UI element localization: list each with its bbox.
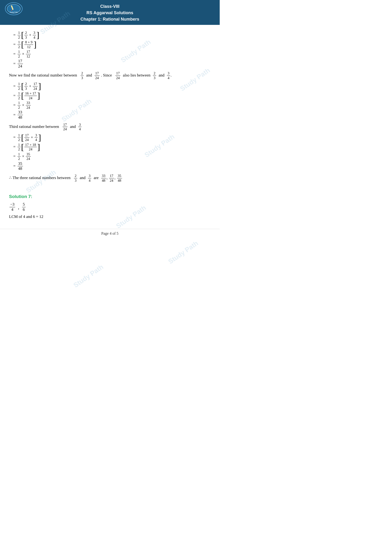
conc-and: and (80, 175, 85, 180)
close-bracket-1: ] (36, 31, 39, 39)
eq-sign-4: = (13, 60, 16, 67)
eq-sign-3: = (13, 51, 16, 58)
frac-half-c1: 1 2 (18, 133, 21, 142)
math-block-2: = 1 2 [ 2 3 + 17 24 ] = (13, 82, 211, 120)
frac-17p18-24: 17 + 18 24 (24, 143, 37, 151)
bracket-inner-b2: 16 + 17 24 (24, 91, 37, 100)
step3-2-row: = 1 2 [ 17 + 18 24 ] (13, 143, 211, 152)
open-bracket-1: [ (21, 31, 24, 39)
plus-1: + (29, 32, 32, 39)
third-para: Third rational number between 17 24 and … (9, 123, 211, 131)
third-frac2: 3 4 (78, 123, 82, 131)
conc-frac1: 2 3 (74, 174, 77, 182)
para1-since: . Since (101, 73, 112, 77)
step2-4-row: = 33 48 (13, 110, 211, 120)
page-header: Study Path Class-VIII RS Aggarwal Soluti… (0, 0, 220, 25)
sol7-lcm: LCM of 4 and 6 = 12 (9, 213, 211, 220)
math-block-3: = 1 2 [ 17 24 + 3 4 ] = (13, 133, 211, 171)
bracket-inner-c1: 17 24 + 3 4 (24, 133, 38, 142)
frac-16p17-24: 16 + 17 24 (24, 91, 37, 100)
eq-sign-3-3: = (13, 153, 16, 160)
bracket-inner-c2: 17 + 18 24 (24, 143, 37, 151)
open-bracket-c2: [ (21, 143, 24, 151)
eq-sign-2: = (13, 41, 16, 48)
math-step-1: = 1 2 [ 2 3 + 3 4 ] = 1 (13, 31, 211, 69)
svg-text:Study Path: Study Path (10, 11, 18, 13)
times-1: × (22, 51, 24, 58)
step2-row: = 1 2 [ 8 + 9 12 ] (13, 40, 211, 49)
eq-sign-2-4: = (13, 111, 16, 118)
para1-frac5: 3 4 (167, 71, 170, 80)
third-and: and (70, 124, 76, 129)
times-c: × (22, 153, 24, 160)
third-frac1: 17 24 (63, 123, 68, 131)
frac-half-c3: 1 2 (18, 152, 21, 161)
bracket-inner-2: 8 + 9 12 (24, 40, 34, 49)
frac-17-24: 17 24 (18, 59, 23, 69)
header-title: Class-VIII RS Aggarwal Solutions Chapter… (2, 3, 217, 22)
sol7-frac2: 5 6 (22, 202, 26, 212)
close-bracket-c2: ] (37, 143, 40, 151)
page-footer: Page 4 of 5 (0, 229, 220, 238)
frac-2-3-b: 2 3 (24, 82, 28, 90)
frac-17-12: 17 12 (26, 50, 31, 58)
conc-r2: 17 24 (109, 174, 114, 182)
eq-sign-3-1: = (13, 134, 16, 141)
open-bracket-b2: [ (21, 91, 24, 100)
open-bracket-b1: [ (21, 82, 24, 90)
sol7-fracs-row: −3 4 , 5 6 (9, 202, 211, 212)
frac-17-24-c: 17 24 (24, 133, 29, 142)
step2-3-row: = 1 2 × 33 24 (13, 101, 211, 110)
main-content: = 1 2 [ 2 3 + 3 4 ] = 1 (0, 25, 220, 226)
conc-frac2: 3 4 (88, 174, 91, 182)
para1-and2: and (159, 73, 164, 77)
bracket-inner-b1: 2 3 + 17 24 (24, 82, 38, 90)
solution7-heading: Solution 7: (9, 193, 211, 200)
conc-r1: 33 48 (101, 174, 106, 182)
para1-frac4: 2 3 (153, 71, 156, 80)
step2-1-row: = 1 2 [ 2 3 + 17 24 ] (13, 82, 211, 91)
frac-half-1: 1 2 (18, 31, 21, 39)
frac-half-c2: 1 2 (18, 143, 21, 151)
frac-35-24: 35 24 (26, 152, 31, 161)
eq-sign-1: = (13, 32, 16, 39)
eq-sign-3-2: = (13, 144, 16, 150)
close-bracket-c1: ] (38, 133, 41, 142)
frac-3-4: 3 4 (33, 31, 36, 39)
third-label: Third rational number between (9, 124, 59, 129)
eq-sign-3-4: = (13, 163, 16, 170)
para1-frac2: 17 24 (95, 71, 99, 80)
step4-row: = 17 24 (13, 59, 211, 69)
conc-therefore: ∴ The three rational numbers between (9, 175, 70, 180)
conc-are: are (94, 175, 98, 180)
eq-sign-2-2: = (13, 92, 16, 99)
frac-half-b1: 1 2 (18, 82, 21, 90)
logo: Study Path (4, 2, 23, 16)
para1-and: and (86, 73, 92, 77)
step3-4-row: = 35 48 (13, 161, 211, 171)
open-bracket-c1: [ (21, 133, 24, 142)
para1-frac1: 2 3 (81, 71, 84, 80)
frac-8p9-12: 8 + 9 12 (24, 40, 33, 49)
step3-3-row: = 1 2 × 35 24 (13, 152, 211, 161)
close-bracket-2: ] (34, 40, 36, 49)
frac-33-24: 33 24 (26, 101, 31, 110)
para1-text: Now we find the rational number between (9, 73, 77, 77)
frac-half-3: 1 2 (18, 50, 21, 58)
frac-half-b3: 1 2 (18, 101, 21, 110)
sol7-comma: , (18, 203, 19, 211)
step2-2-row: = 1 2 [ 16 + 17 24 ] (13, 91, 211, 100)
close-bracket-b1: ] (38, 82, 41, 90)
frac-35-48: 35 48 (18, 161, 23, 171)
plus-c1: + (31, 134, 33, 141)
frac-half-b2: 1 2 (18, 91, 21, 100)
open-bracket-2: [ (21, 40, 24, 49)
close-bracket-b2: ] (37, 91, 40, 100)
page-number: Page 4 of 5 (101, 231, 118, 235)
para1-frac3: 17 24 (115, 71, 120, 80)
frac-half-2: 1 2 (18, 40, 21, 49)
paragraph-1: Now we find the rational number between … (9, 71, 211, 80)
times-b: × (22, 102, 24, 109)
step3-1-row: = 1 2 [ 17 24 + 3 4 ] (13, 133, 211, 142)
step3-row: = 1 2 × 17 12 (13, 49, 211, 58)
